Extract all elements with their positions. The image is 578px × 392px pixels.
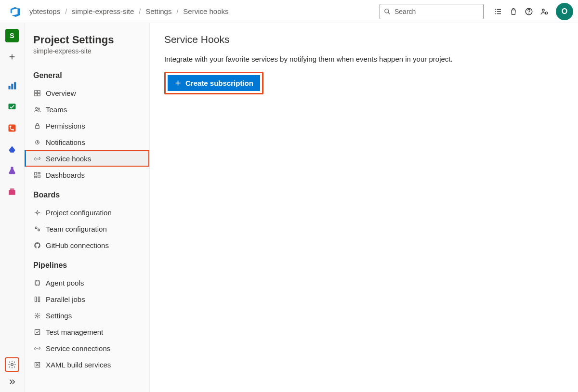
- breadcrumb-project[interactable]: simple-express-site: [72, 7, 134, 15]
- svg-rect-31: [38, 297, 39, 301]
- help-icon[interactable]: [522, 5, 536, 18]
- svg-point-4: [542, 9, 545, 11]
- breadcrumb-section[interactable]: Settings: [145, 7, 171, 15]
- nav-notifications[interactable]: Notifications: [25, 134, 149, 150]
- artifacts-icon: [7, 187, 17, 196]
- svg-point-5: [545, 12, 548, 14]
- nav-permissions[interactable]: Permissions: [25, 118, 149, 134]
- create-subscription-button[interactable]: Create subscription: [168, 75, 260, 91]
- nav-label: Teams: [46, 105, 67, 114]
- nav-label: Dashboards: [46, 171, 85, 179]
- nav-xaml-build-services[interactable]: XAML build services: [25, 356, 149, 373]
- nav-project-configuration[interactable]: Project configuration: [25, 204, 149, 221]
- nav-team-configuration[interactable]: Team configuration: [25, 221, 149, 237]
- main-content: Service Hooks Integrate with your favori…: [150, 23, 578, 392]
- nav-label: Team configuration: [46, 225, 107, 233]
- svg-point-32: [36, 314, 38, 316]
- breadcrumb-org[interactable]: ybtestops: [29, 7, 60, 15]
- rail-project-tile[interactable]: S: [5, 29, 19, 42]
- nav-teams[interactable]: Teams: [25, 101, 149, 118]
- chevron-double-right-icon: [8, 378, 16, 386]
- rail-new-item[interactable]: [5, 50, 19, 64]
- breadcrumb-separator: /: [176, 8, 178, 15]
- nav-label: Service connections: [46, 344, 110, 353]
- svg-rect-22: [34, 172, 36, 175]
- breadcrumb-separator: /: [65, 8, 67, 15]
- user-settings-icon[interactable]: [538, 5, 551, 18]
- svg-point-28: [38, 229, 39, 231]
- breadcrumb-separator: /: [139, 8, 141, 15]
- marketplace-icon[interactable]: [507, 5, 520, 18]
- rail-boards[interactable]: [5, 100, 19, 114]
- gear-icon: [33, 312, 41, 319]
- rail-test-plans[interactable]: [5, 164, 19, 177]
- rail-artifacts[interactable]: [5, 185, 19, 198]
- nav-service-connections[interactable]: Service connections: [25, 340, 149, 356]
- notifications-icon: [33, 138, 41, 146]
- svg-rect-20: [35, 125, 39, 128]
- overview-icon: [33, 89, 41, 97]
- rail-pipelines[interactable]: [5, 143, 19, 156]
- nav-agent-pools[interactable]: Agent pools: [25, 274, 149, 291]
- nav-label: Notifications: [46, 138, 85, 146]
- teams-icon: [33, 105, 41, 113]
- nav-service-hooks[interactable]: Service hooks: [25, 150, 149, 167]
- search-box[interactable]: [380, 4, 484, 19]
- svg-rect-30: [35, 297, 36, 301]
- svg-line-1: [388, 12, 390, 14]
- nav-label: Agent pools: [46, 279, 84, 287]
- azure-devops-icon: [10, 6, 20, 17]
- nav-dashboards[interactable]: Dashboards: [25, 167, 149, 183]
- avatar-initial: O: [562, 7, 567, 16]
- service-connections-icon: [33, 344, 41, 352]
- svg-point-18: [35, 107, 37, 109]
- boards-icon: [7, 102, 17, 112]
- nav-parallel-jobs[interactable]: Parallel jobs: [25, 291, 149, 307]
- svg-rect-15: [38, 90, 40, 92]
- rail-expand[interactable]: [8, 378, 16, 386]
- rail-project-settings[interactable]: [8, 360, 16, 369]
- team-config-icon: [33, 225, 41, 233]
- svg-rect-10: [9, 125, 16, 132]
- create-subscription-highlight: Create subscription: [164, 72, 263, 94]
- repos-icon: [7, 123, 17, 133]
- nav-pipeline-settings[interactable]: Settings: [25, 307, 149, 324]
- create-subscription-label: Create subscription: [185, 79, 253, 87]
- rail-overview[interactable]: [5, 79, 19, 92]
- nav-label: Project configuration: [46, 209, 112, 217]
- breadcrumb: ybtestops / simple-express-site / Settin…: [29, 7, 229, 15]
- search-input[interactable]: [394, 8, 479, 15]
- svg-point-27: [35, 227, 37, 229]
- svg-rect-23: [38, 172, 39, 173]
- svg-point-0: [385, 9, 389, 13]
- azure-devops-logo[interactable]: [5, 6, 25, 17]
- rail-repos[interactable]: [5, 121, 19, 135]
- work-items-icon[interactable]: [491, 5, 505, 18]
- sidebar-subtitle: simple-express-site: [25, 46, 149, 64]
- dashboards-icon: [33, 171, 41, 179]
- settings-sidebar: Project Settings simple-express-site Gen…: [25, 23, 150, 392]
- xaml-icon: [33, 361, 41, 368]
- nav-test-management[interactable]: Test management: [25, 324, 149, 340]
- breadcrumb-page[interactable]: Service hooks: [183, 7, 228, 15]
- svg-point-26: [36, 211, 38, 213]
- svg-rect-17: [38, 93, 40, 96]
- section-header-general: General: [25, 64, 149, 85]
- svg-rect-29: [35, 281, 39, 285]
- nav-label: Parallel jobs: [46, 295, 85, 303]
- service-hooks-icon: [33, 155, 41, 162]
- nav-label: Overview: [46, 89, 76, 97]
- nav-label: XAML build services: [46, 361, 111, 369]
- svg-rect-24: [38, 175, 39, 178]
- nav-overview[interactable]: Overview: [25, 85, 149, 101]
- section-header-boards: Boards: [25, 183, 149, 204]
- svg-point-13: [11, 364, 13, 366]
- test-plans-icon: [7, 166, 17, 175]
- pipelines-icon: [7, 144, 17, 154]
- svg-rect-7: [11, 84, 13, 90]
- left-rail: S: [0, 23, 25, 392]
- avatar[interactable]: O: [556, 3, 573, 20]
- svg-rect-33: [35, 329, 39, 334]
- nav-github-connections[interactable]: GitHub connections: [25, 237, 149, 253]
- svg-rect-8: [14, 82, 16, 90]
